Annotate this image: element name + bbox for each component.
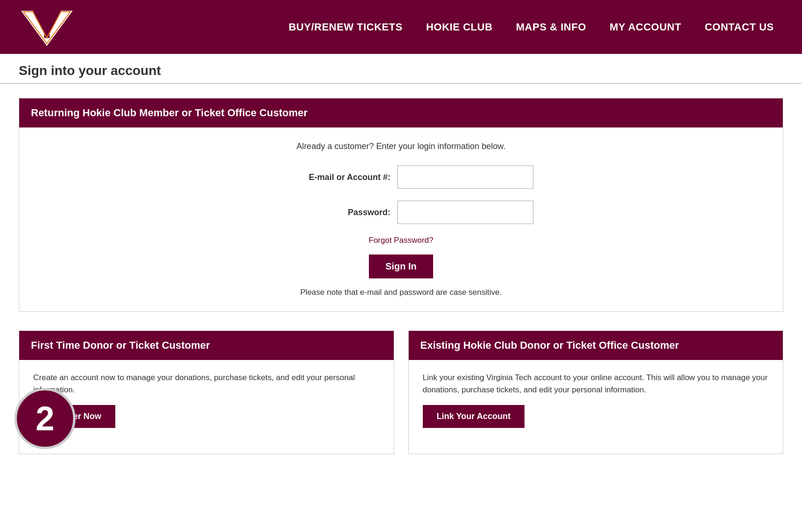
first-time-body: 2 Create an account now to manage your d… (19, 360, 394, 454)
logo-area (19, 6, 75, 48)
email-row: E-mail or Account #: (38, 165, 764, 189)
page-title: Sign into your account (19, 63, 783, 78)
site-header: BUY/RENEW TICKETS HOKIE CLUB MAPS & INFO… (0, 0, 802, 54)
password-label: Password: (269, 208, 390, 217)
main-nav: BUY/RENEW TICKETS HOKIE CLUB MAPS & INFO… (279, 16, 783, 38)
existing-section-header: Existing Hokie Club Donor or Ticket Offi… (409, 331, 783, 360)
first-time-description: Create an account now to manage your don… (33, 372, 380, 396)
nav-maps-info[interactable]: MAPS & INFO (507, 16, 596, 38)
first-time-section: First Time Donor or Ticket Customer 2 Cr… (19, 330, 394, 454)
sign-in-button[interactable]: Sign In (369, 255, 433, 278)
returning-section: Returning Hokie Club Member or Ticket Of… (19, 98, 783, 312)
link-account-button[interactable]: Link Your Account (423, 405, 525, 428)
circle-number-2: 2 (15, 388, 75, 449)
main-content: Returning Hokie Club Member or Ticket Of… (0, 84, 802, 468)
nav-my-account[interactable]: MY ACCOUNT (600, 16, 691, 38)
password-input[interactable] (397, 201, 533, 224)
email-label: E-mail or Account #: (269, 172, 390, 182)
email-input[interactable] (397, 165, 533, 189)
case-sensitive-note: Please note that e-mail and password are… (38, 288, 764, 297)
forgot-password-link[interactable]: Forgot Password? (38, 236, 764, 245)
existing-section: Existing Hokie Club Donor or Ticket Offi… (408, 330, 784, 454)
page-title-area: Sign into your account (0, 54, 802, 84)
first-time-header: First Time Donor or Ticket Customer (19, 331, 394, 360)
nav-hokie-club[interactable]: HOKIE CLUB (417, 16, 502, 38)
password-row: Password: (38, 201, 764, 224)
vt-logo (19, 6, 75, 48)
returning-section-header: Returning Hokie Club Member or Ticket Of… (19, 98, 783, 127)
bottom-sections: First Time Donor or Ticket Customer 2 Cr… (19, 330, 783, 454)
existing-description: Link your existing Virginia Tech account… (423, 372, 769, 396)
nav-buy-renew[interactable]: BUY/RENEW TICKETS (279, 16, 412, 38)
customer-prompt: Already a customer? Enter your login inf… (38, 142, 764, 151)
returning-section-body: Already a customer? Enter your login inf… (19, 127, 783, 311)
existing-section-body: Link your existing Virginia Tech account… (409, 360, 783, 454)
nav-contact-us[interactable]: CONTACT US (695, 16, 783, 38)
